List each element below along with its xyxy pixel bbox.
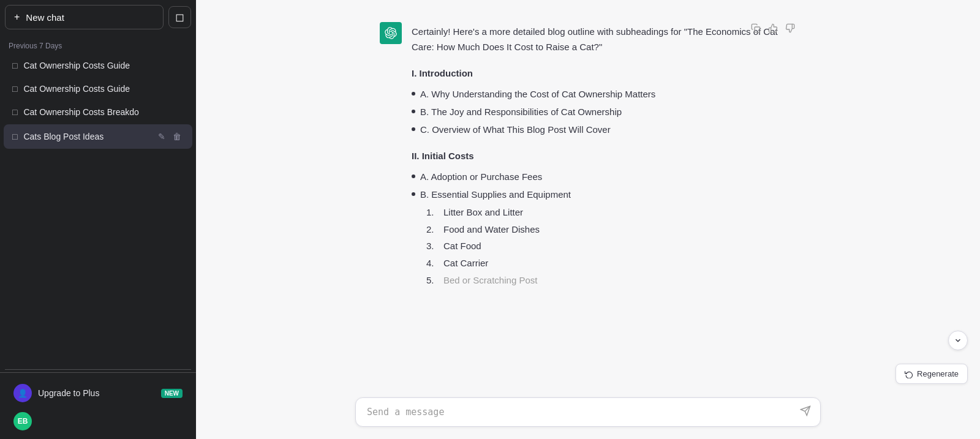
- assistant-message: Certainly! Here's a more detailed blog o…: [380, 12, 796, 301]
- regenerate-container: Regenerate: [895, 364, 968, 384]
- bullet-dot: [412, 110, 415, 113]
- sidebar-top: + New chat ◻: [0, 0, 196, 34]
- list-item: A. Adoption or Purchase Fees: [412, 170, 796, 185]
- bullet-dot: [412, 92, 415, 96]
- message-body: Certainly! Here's a more detailed blog o…: [412, 22, 796, 291]
- section-1-heading: I. Introduction: [412, 66, 796, 81]
- user-icon: 👤: [13, 384, 32, 402]
- section-2-bullets: A. Adoption or Purchase Fees B. Essentia…: [412, 170, 796, 203]
- sidebar-item-label: Cats Blog Post Ideas: [23, 132, 149, 141]
- message-container: Certainly! Here's a more detailed blog o…: [355, 12, 821, 301]
- input-container: [355, 397, 821, 429]
- item-actions: ✎ 🗑: [156, 130, 184, 143]
- chat-icon: □: [12, 84, 17, 94]
- list-item: 1. Litter Box and Litter: [426, 205, 796, 220]
- sidebar-item-label: Cat Ownership Costs Guide: [23, 61, 184, 70]
- layout-toggle-button[interactable]: ◻: [168, 6, 191, 28]
- sidebar-item-label: Cat Ownership Costs Breakdo: [23, 107, 146, 117]
- sidebar-spacer: [0, 149, 196, 367]
- chat-icon: □: [12, 61, 17, 70]
- intro-text: Certainly! Here's a more detailed blog o…: [412, 24, 796, 55]
- chat-area: Certainly! Here's a more detailed blog o…: [196, 0, 980, 390]
- section-1-bullets: A. Why Understanding the Cost of Cat Own…: [412, 87, 796, 137]
- list-item: 3. Cat Food: [426, 239, 796, 254]
- plus-icon: +: [14, 12, 20, 23]
- message-actions: [750, 22, 796, 37]
- chevron-down-icon: [954, 336, 962, 345]
- chat-icon: □: [12, 132, 17, 141]
- upgrade-to-plus-button[interactable]: 👤 Upgrade to Plus NEW: [5, 378, 191, 408]
- bottom-bar: [196, 390, 980, 439]
- bullet-dot: [412, 127, 415, 131]
- upgrade-label: Upgrade to Plus: [38, 388, 99, 398]
- sidebar-item-chat-2[interactable]: □ Cat Ownership Costs Guide: [4, 78, 192, 100]
- sidebar-bottom: 👤 Upgrade to Plus NEW EB: [0, 372, 196, 439]
- new-chat-label: New chat: [26, 12, 64, 23]
- main-content: Certainly! Here's a more detailed blog o…: [196, 0, 980, 439]
- copy-button[interactable]: [750, 22, 762, 37]
- svg-rect-0: [755, 27, 760, 32]
- message-input[interactable]: [355, 397, 821, 427]
- avatar: EB: [13, 412, 32, 430]
- layout-icon: ◻: [175, 11, 184, 23]
- sidebar-item-label: Cat Ownership Costs Guide: [23, 84, 184, 94]
- thumbs-down-button[interactable]: [784, 22, 796, 37]
- regenerate-button[interactable]: Regenerate: [895, 364, 968, 384]
- delete-chat-button[interactable]: 🗑: [170, 130, 184, 143]
- list-item: B. The Joy and Responsibilities of Cat O…: [412, 105, 796, 120]
- edit-chat-button[interactable]: ✎: [156, 130, 168, 143]
- chat-icon: □: [12, 107, 17, 117]
- list-item: 4. Cat Carrier: [426, 256, 796, 271]
- list-item: 2. Food and Water Dishes: [426, 222, 796, 238]
- numbered-list: 1. Litter Box and Litter 2. Food and Wat…: [426, 205, 796, 288]
- send-button[interactable]: [797, 403, 813, 422]
- previous-days-label: Previous 7 Days: [0, 34, 196, 54]
- sidebar-item-chat-3[interactable]: □ Cat Ownership Costs Breakdo: [4, 101, 192, 123]
- regenerate-icon: [905, 370, 913, 378]
- openai-logo: [385, 27, 397, 39]
- list-item: B. Essential Supplies and Equipment: [412, 187, 796, 203]
- new-chat-button[interactable]: + New chat: [5, 5, 164, 29]
- send-icon: [800, 405, 811, 416]
- bullet-dot: [412, 174, 415, 178]
- section-2-heading: II. Initial Costs: [412, 149, 796, 164]
- list-item: A. Why Understanding the Cost of Cat Own…: [412, 87, 796, 102]
- list-item: C. Overview of What This Blog Post Will …: [412, 122, 796, 138]
- sidebar-divider: [5, 369, 191, 370]
- list-item: 5. Bed or Scratching Post: [426, 273, 796, 288]
- bullet-dot: [412, 192, 415, 196]
- sidebar-item-chat-4[interactable]: □ Cats Blog Post Ideas ✎ 🗑: [4, 124, 192, 149]
- regenerate-label: Regenerate: [917, 369, 959, 378]
- sidebar: + New chat ◻ Previous 7 Days □ Cat Owner…: [0, 0, 196, 439]
- thumbs-up-button[interactable]: [767, 22, 779, 37]
- upgrade-badge: NEW: [161, 389, 183, 398]
- sidebar-item-chat-1[interactable]: □ Cat Ownership Costs Guide: [4, 54, 192, 77]
- user-initials: EB: [18, 417, 28, 426]
- scroll-down-button[interactable]: [948, 331, 968, 350]
- assistant-avatar: [380, 22, 402, 44]
